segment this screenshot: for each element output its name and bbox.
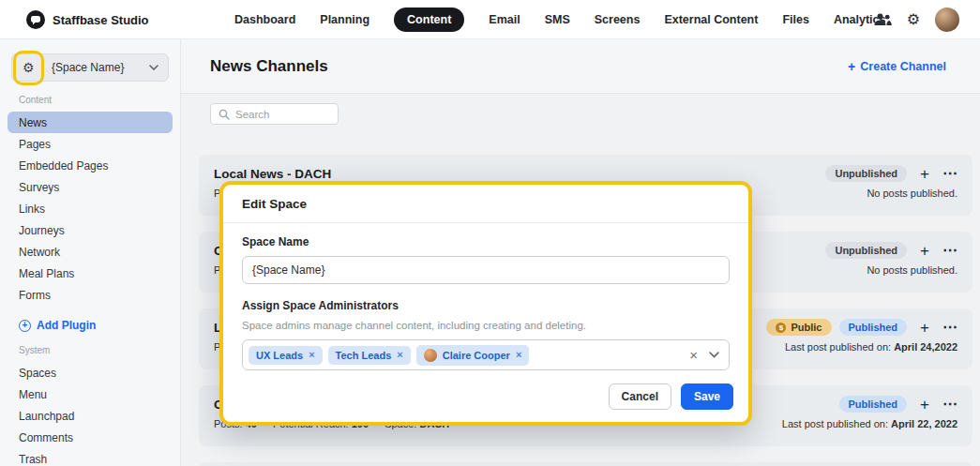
chevron-down-icon[interactable] — [709, 352, 719, 358]
space-selector-dropdown[interactable]: ⚙ {Space Name} — [11, 53, 169, 82]
coin-icon: $ — [776, 323, 786, 333]
tag-label: Tech Leads — [336, 350, 392, 361]
status-badge-published: Published — [839, 319, 908, 336]
admins-help-text: Space admins manage channel content, inc… — [242, 320, 730, 331]
staffbase-logo-icon — [26, 10, 45, 29]
create-channel-label: Create Channel — [860, 60, 946, 73]
sidebar-section-system: System — [19, 345, 180, 355]
modal-title: Edit Space — [223, 185, 748, 223]
create-channel-button[interactable]: + Create Channel — [848, 60, 946, 73]
add-post-button[interactable]: + — [920, 243, 929, 259]
space-settings-gear-icon[interactable]: ⚙ — [23, 61, 35, 74]
sidebar-item-journeys[interactable]: Journeys — [8, 219, 173, 241]
tag-label: UX Leads — [256, 350, 303, 361]
cancel-button[interactable]: Cancel — [609, 383, 671, 410]
top-navigation-bar: Staffbase Studio Dashboard Planning Cont… — [0, 0, 980, 39]
note-date: April 22, 2022 — [891, 418, 957, 429]
chevron-down-icon — [149, 65, 158, 70]
settings-gear-icon[interactable]: ⚙ — [907, 12, 920, 27]
page-title: News Channels — [210, 57, 328, 76]
sidebar-item-surveys[interactable]: Surveys — [8, 176, 173, 198]
badge-label: Public — [791, 322, 822, 333]
admins-multiselect[interactable]: UX Leads × Tech Leads × Claire Cooper × … — [242, 339, 730, 370]
admin-tag-tech-leads[interactable]: Tech Leads × — [328, 346, 411, 365]
status-badge-unpublished: Unpublished — [825, 165, 907, 182]
plus-icon: + — [848, 60, 855, 73]
sidebar-item-launchpad[interactable]: Launchpad — [8, 405, 173, 427]
search-box — [210, 103, 339, 125]
space-name-input[interactable] — [242, 256, 730, 284]
plus-circle-icon: + — [19, 320, 31, 332]
top-actions: ⚙ — [874, 0, 959, 39]
space-selector-label: {Space Name} — [52, 61, 124, 74]
main-nav: Dashboard Planning Content Email SMS Scr… — [234, 0, 886, 39]
more-options-button[interactable]: ⋯ — [942, 320, 957, 335]
sidebar-item-spaces[interactable]: Spaces — [8, 362, 173, 383]
search-icon — [219, 109, 230, 120]
sidebar-item-meal-plans[interactable]: Meal Plans — [8, 263, 173, 284]
sidebar-item-comments[interactable]: Comments — [8, 427, 173, 448]
admins-label: Assign Space Administrators — [242, 299, 730, 312]
status-badge-public: $ Public — [766, 319, 831, 336]
channel-note: No posts published. — [867, 264, 957, 276]
note-date: April 24,2022 — [894, 341, 957, 353]
add-post-button[interactable]: + — [920, 166, 929, 182]
sidebar-item-pages[interactable]: Pages — [8, 133, 173, 155]
note-prefix: Last post published on: — [782, 418, 888, 429]
admin-tag-ux-leads[interactable]: UX Leads × — [249, 346, 323, 365]
nav-item-sms[interactable]: SMS — [545, 13, 570, 26]
more-options-button[interactable]: ⋯ — [942, 397, 957, 412]
brand-name: Staffbase Studio — [53, 13, 149, 27]
search-input[interactable] — [235, 109, 330, 120]
remove-tag-icon[interactable]: × — [397, 350, 402, 360]
sidebar-item-trash[interactable]: Trash — [8, 448, 173, 466]
remove-tag-icon[interactable]: × — [516, 350, 521, 360]
nav-item-planning[interactable]: Planning — [320, 13, 369, 26]
sidebar-item-network[interactable]: Network — [8, 241, 173, 263]
nav-item-content[interactable]: Content — [394, 8, 464, 32]
brand: Staffbase Studio — [26, 0, 149, 39]
edit-space-modal: Edit Space Space Name Assign Space Admin… — [219, 181, 752, 426]
nav-item-dashboard[interactable]: Dashboard — [234, 13, 295, 26]
sidebar-item-forms[interactable]: Forms — [8, 284, 173, 306]
tag-label: Claire Cooper — [443, 350, 510, 361]
more-options-button[interactable]: ⋯ — [942, 243, 957, 258]
nav-item-external-content[interactable]: External Content — [664, 13, 758, 26]
add-post-button[interactable]: + — [920, 397, 929, 413]
channel-note: Last post published on: April 24,2022 — [785, 341, 957, 353]
channel-note: No posts published. — [867, 188, 957, 199]
nav-item-files[interactable]: Files — [782, 13, 809, 26]
add-plugin-button[interactable]: + Add Plugin — [19, 319, 180, 332]
status-badge-published: Published — [839, 396, 908, 413]
channel-title: Local News - DACH — [214, 167, 331, 181]
users-icon[interactable] — [874, 13, 892, 26]
sidebar-item-menu[interactable]: Menu — [8, 383, 173, 405]
channel-note: Last post published on: April 22, 2022 — [782, 418, 957, 429]
sidebar-section-content: Content — [19, 95, 180, 105]
more-options-button[interactable]: ⋯ — [942, 166, 957, 181]
avatar — [424, 349, 437, 362]
remove-tag-icon[interactable]: × — [309, 350, 314, 360]
sidebar: ⚙ {Space Name} Content News Pages Embedd… — [0, 39, 181, 466]
save-button[interactable]: Save — [681, 383, 733, 410]
page-header: News Channels + Create Channel — [181, 39, 980, 94]
clear-selection-icon[interactable]: × — [689, 348, 698, 362]
user-avatar[interactable] — [935, 8, 959, 32]
nav-item-email[interactable]: Email — [489, 13, 520, 26]
sidebar-item-links[interactable]: Links — [8, 198, 173, 219]
status-badge-unpublished: Unpublished — [825, 242, 907, 259]
add-plugin-label: Add Plugin — [37, 319, 96, 332]
add-post-button[interactable]: + — [920, 320, 929, 336]
sidebar-item-embedded-pages[interactable]: Embedded Pages — [8, 155, 173, 176]
channel-card[interactable] — [199, 462, 972, 466]
nav-item-screens[interactable]: Screens — [595, 13, 641, 26]
space-name-label: Space Name — [242, 235, 730, 248]
sidebar-item-news[interactable]: News — [8, 112, 173, 133]
admin-tag-claire-cooper[interactable]: Claire Cooper × — [416, 345, 530, 366]
note-prefix: Last post published on: — [785, 341, 891, 353]
